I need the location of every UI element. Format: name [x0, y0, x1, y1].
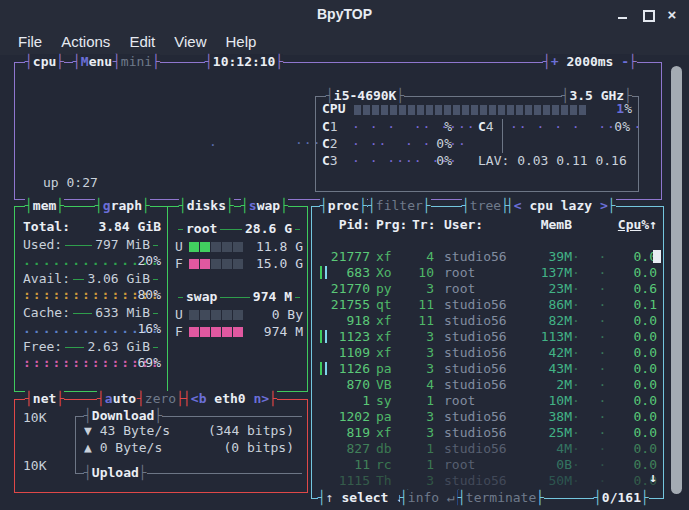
proc-cell-cpu: 0.1	[617, 297, 657, 313]
process-row[interactable]: 1sy1root10M· · · ·0.0	[318, 393, 657, 409]
proc-cell-tr: 3	[412, 361, 434, 377]
process-row[interactable]: 1109xf3studio5642M· · · ·0.0	[318, 345, 657, 361]
disks-box-title: ┤disks├	[179, 198, 234, 214]
core-graph: · · · ·· ····	[352, 119, 476, 135]
process-row[interactable]: 11rc1root0B· · · ·0.0	[318, 457, 657, 473]
net-interface-switcher[interactable]: ┤<b eth0 n>├	[183, 391, 277, 407]
process-row[interactable]: 819xf3studio5625M· · · ·0.0	[318, 425, 657, 441]
menu-actions[interactable]: Actions	[61, 34, 110, 50]
proc-cell-user: studio56	[444, 441, 528, 457]
proc-cell-mem: 113M	[528, 329, 572, 345]
proc-tree-toggle[interactable]: ┤tree├	[462, 198, 509, 214]
net-download-scale: 10K	[23, 410, 46, 426]
proc-cell-pid: 21777	[318, 249, 370, 265]
proc-select-control[interactable]: ┤↑ select ↓├	[318, 490, 412, 506]
close-icon[interactable]: ×	[664, 7, 680, 23]
proc-cell-pid: 1202	[318, 409, 370, 425]
scrollbar[interactable]	[671, 66, 682, 494]
proc-box-title: ┤proc├	[320, 198, 367, 214]
disks-swap-toggle[interactable]: ┤swap├	[241, 198, 288, 214]
proc-cell-tr: 3	[412, 329, 434, 345]
process-row[interactable]: 1123xf3studio56113M· · · ·0.0	[318, 329, 657, 345]
proc-cell-user: root	[444, 265, 528, 281]
mini-toggle[interactable]: ┤mini├	[113, 54, 160, 70]
proc-cell-mem: 50M	[528, 473, 572, 489]
download-bits: (344 bitps)	[208, 423, 294, 439]
menu-edit[interactable]: Edit	[129, 34, 155, 50]
proc-terminate-button[interactable]: ┤terminate├	[458, 490, 544, 506]
proc-cell-mem: 137M	[528, 265, 572, 281]
process-row[interactable]: 1115Th3studio5650M· · · ·0.0	[318, 473, 657, 489]
proc-cell-dots: · · · ·	[572, 265, 617, 281]
proc-cell-pid: 819	[318, 425, 370, 441]
proc-cell-mem: 38M	[528, 409, 572, 425]
proc-cell-prg: xf	[376, 345, 412, 361]
proc-cell-pid: 1115	[318, 473, 370, 489]
column-pid[interactable]: Pid:	[318, 217, 370, 233]
column-memb[interactable]: MemB	[528, 217, 572, 233]
core-label: C4	[478, 119, 494, 135]
proc-cell-prg: xf	[376, 329, 412, 345]
process-row[interactable]: 1202pa3studio5638M· · · ·0.0	[318, 409, 657, 425]
proc-cell-mem: 0B	[528, 457, 572, 473]
proc-cell-pid: 1	[318, 393, 370, 409]
core-percent: %	[434, 119, 452, 135]
process-row[interactable]: 683Xo10root137M· · · ·0.0	[318, 265, 657, 281]
menu-file[interactable]: File	[18, 34, 42, 50]
proc-table-header: Pid: Prg: Tr: User: MemB Cpu%↑	[318, 217, 657, 233]
mem-graph-toggle[interactable]: ┤graph├	[95, 198, 150, 214]
core-label: C2	[322, 136, 338, 152]
tree-branch-bars	[320, 330, 328, 343]
proc-cell-pid: 918	[318, 313, 370, 329]
column-prg[interactable]: Prg:	[376, 217, 412, 233]
maximize-icon[interactable]	[640, 7, 656, 23]
proc-cell-cpu: 0.0	[617, 313, 657, 329]
proc-selection-count: ┤0/161├	[594, 490, 649, 506]
process-row[interactable]: 870VB4studio562M· · · ·0.0	[318, 377, 657, 393]
process-row[interactable]: 21755qt11studio5686M· · · ·0.1	[318, 297, 657, 313]
process-row[interactable]: 21777xf4studio5639M· · · ·0.0	[318, 249, 657, 265]
core-percent: 0%	[434, 136, 452, 152]
proc-cell-pid: 21755	[318, 297, 370, 313]
proc-info-button[interactable]: ┤info ↵├	[400, 490, 463, 506]
proc-cell-mem: 4M	[528, 441, 572, 457]
refresh-rate-control[interactable]: ┤+ 2000ms -├	[543, 54, 637, 70]
proc-cell-prg: sy	[376, 393, 412, 409]
process-row[interactable]: 21770py3root23M· · · ·0.6	[318, 281, 657, 297]
proc-cell-mem: 25M	[528, 425, 572, 441]
mem-box: ┤mem├ ┤graph├ ┤disks├ ┤swap├ Total: 3.84…	[14, 206, 308, 392]
proc-cell-tr: 3	[412, 281, 434, 297]
proc-cell-dots: · · · ·	[572, 361, 617, 377]
process-row[interactable]: 1126pa3studio5643M· · · ·0.0	[318, 361, 657, 377]
proc-cell-cpu: 0.0	[617, 425, 657, 441]
proc-cell-cpu: 0.0	[617, 265, 657, 281]
load-average: LAV: 0.03 0.11 0.16	[478, 153, 627, 169]
net-zero-toggle[interactable]: ┤zero├	[137, 391, 184, 407]
proc-filter-button[interactable]: ┤filter├	[368, 198, 431, 214]
proc-cell-mem: 10M	[528, 393, 572, 409]
proc-cell-pid: 827	[318, 441, 370, 457]
column-user[interactable]: User:	[444, 217, 528, 233]
menu-help[interactable]: Help	[225, 34, 256, 50]
scroll-down-icon[interactable]: ↓	[649, 470, 657, 486]
proc-cell-prg: xf	[376, 249, 412, 265]
tree-branch-bars	[320, 266, 328, 279]
cpu-total-row: CPU	[322, 101, 345, 117]
column-cpu[interactable]: Cpu%↑	[617, 217, 657, 233]
minimize-icon[interactable]	[615, 7, 631, 23]
process-row[interactable]: 827db1studio564M· · · ·0.0	[318, 441, 657, 457]
disk-meter-row: F15.0 G	[175, 256, 303, 272]
mem-stat-row: Free:2.63 GiB	[23, 339, 161, 355]
proc-scrollbar-thumb[interactable]	[653, 250, 661, 263]
process-row[interactable]: 918xf11studio5682M· · · ·0.0	[318, 313, 657, 329]
proc-cell-pid: 870	[318, 377, 370, 393]
proc-cell-user: studio56	[444, 345, 528, 361]
cpu-box: ┤cpu├ ┤Menu├ ┤mini├ ┤10:12:10├ ┤+ 2000ms…	[14, 62, 662, 200]
proc-cell-cpu: 0.0	[617, 329, 657, 345]
menu-view[interactable]: View	[174, 34, 206, 50]
upload-speed: ▲ 0 Byte/s	[84, 440, 162, 456]
proc-cell-cpu: 0.6	[617, 281, 657, 297]
column-tr[interactable]: Tr:	[412, 217, 434, 233]
proc-cell-prg: qt	[376, 297, 412, 313]
proc-sort-selector[interactable]: ┤< cpu lazy >├	[506, 198, 616, 214]
